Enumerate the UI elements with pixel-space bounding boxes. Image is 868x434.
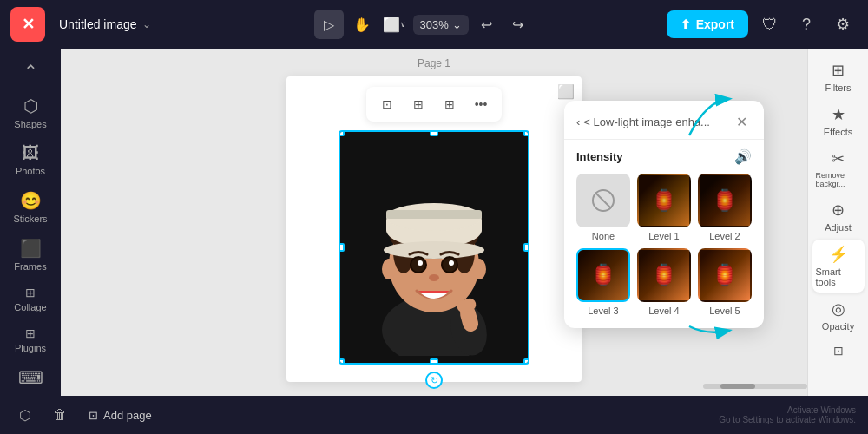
canvas-scrollbar-thumb	[720, 384, 755, 389]
svg-point-18	[382, 259, 396, 279]
sidebar-item-plugins[interactable]: ⊞ Plugins	[4, 321, 56, 358]
canvas-content: ↻	[339, 130, 529, 365]
duplicate-button[interactable]: ⊞	[437, 92, 462, 116]
panel-thumb-none	[576, 174, 630, 227]
frame-tool-button[interactable]: ⬜∨	[380, 10, 410, 39]
title-chevron-icon[interactable]: ⌄	[142, 18, 151, 30]
opacity-icon: ◎	[832, 299, 845, 319]
settings-icon-button[interactable]: ⚙	[828, 10, 858, 39]
back-arrow-icon: ‹	[576, 115, 580, 128]
svg-point-17	[429, 274, 439, 281]
arrange-button[interactable]: ⊞	[406, 92, 431, 116]
add-page-icon: ⊡	[89, 409, 98, 422]
volume-icon: 🔊	[734, 148, 752, 165]
sidebar-item-photos-label: Photos	[16, 166, 45, 176]
panel-item-level3[interactable]: 🏮 Level 3	[576, 248, 630, 316]
watermark-line1: Activate Windows	[719, 405, 856, 415]
handle-mid-right[interactable]	[523, 243, 529, 252]
sidebar-item-shapes[interactable]: ⬡ Shapes	[4, 90, 56, 135]
canvas-toolbar: ⊡ ⊞ ⊞ •••	[366, 87, 502, 122]
right-sidebar: ⊞ Filters ★ Effects ✂ Remove backgr... ⊕…	[807, 49, 868, 396]
svg-line-24	[595, 193, 611, 208]
zoom-value: 303%	[420, 18, 449, 31]
stickers-icon: 😊	[20, 190, 42, 211]
svg-point-10	[384, 241, 484, 259]
right-item-adjust-label: Adjust	[825, 222, 852, 233]
redo-button[interactable]: ↪	[503, 10, 533, 39]
undo-button[interactable]: ↩	[472, 10, 502, 39]
chevron-up-icon: ⌃	[23, 61, 38, 82]
right-item-remove-bg[interactable]: ✂ Remove backgr...	[812, 144, 865, 194]
add-page-label: Add page	[103, 409, 152, 422]
plugins-icon: ⊞	[25, 326, 36, 340]
panel-item-none[interactable]: None	[576, 174, 630, 241]
crop-icon: ⊡	[833, 344, 844, 358]
handle-top-right[interactable]	[523, 130, 529, 136]
sidebar-item-stickers-label: Stickers	[13, 214, 47, 224]
rotate-handle[interactable]: ↻	[425, 372, 443, 389]
panel-item-level2[interactable]: 🏮 Level 2	[698, 174, 752, 241]
main-area: ⌃ ⬡ Shapes 🖼 Photos 😊 Stickers ⬛ Frames …	[0, 49, 868, 396]
panel-header: ‹ < Low-light image enha... ✕	[564, 101, 764, 140]
sidebar-item-frames[interactable]: ⬛ Frames	[4, 233, 56, 277]
svg-point-19	[472, 259, 486, 279]
enhancement-panel: ‹ < Low-light image enha... ✕ Intensity …	[564, 101, 764, 328]
shield-icon-button[interactable]: 🛡	[755, 10, 785, 39]
svg-point-16	[449, 260, 454, 266]
smart-tools-icon: ⚡	[829, 245, 848, 264]
more-options-button[interactable]: •••	[469, 92, 493, 116]
right-item-effects-label: Effects	[824, 127, 852, 137]
help-icon-button[interactable]: ?	[792, 10, 821, 39]
image-element[interactable]	[339, 130, 529, 365]
panel-label-level1: Level 1	[648, 231, 679, 241]
handle-bottom-right[interactable]	[523, 358, 529, 365]
add-page-button[interactable]: ⊡ Add page	[82, 405, 159, 425]
page-expand-icon: ⬜	[557, 83, 575, 100]
pan-tool-button[interactable]: ✋	[347, 10, 377, 39]
right-item-smart-tools[interactable]: ⚡ Smart tools	[812, 240, 865, 293]
handle-mid-left[interactable]	[339, 243, 345, 252]
right-item-effects[interactable]: ★ Effects	[812, 100, 865, 142]
handle-bottom-mid[interactable]	[430, 358, 438, 365]
document-title: Untitled image	[59, 17, 137, 31]
svg-point-15	[418, 260, 423, 266]
sidebar-item-stickers[interactable]: 😊 Stickers	[4, 185, 56, 229]
collage-icon: ⊞	[25, 286, 36, 299]
crop-button[interactable]: ⊡	[375, 92, 399, 116]
zoom-control[interactable]: 303% ⌄	[413, 15, 469, 35]
shapes-icon: ⬡	[23, 95, 38, 116]
export-icon: ⬆	[681, 17, 691, 31]
add-to-page-button[interactable]: ⬡	[12, 402, 38, 428]
panel-section-title: Intensity 🔊	[564, 140, 764, 170]
handle-bottom-left[interactable]	[339, 358, 345, 365]
effects-icon: ★	[832, 105, 845, 124]
panel-back-button[interactable]: ‹ < Low-light image enha...	[576, 115, 710, 128]
sidebar-item-frames-label: Frames	[14, 261, 46, 272]
canvas-scrollbar[interactable]	[703, 384, 807, 389]
sidebar-item-collapse[interactable]: ⌃	[4, 56, 56, 87]
zoom-chevron-icon: ⌄	[452, 18, 462, 31]
sidebar-item-keyboard[interactable]: ⌨	[4, 362, 56, 393]
panel-title: < Low-light image enha...	[583, 115, 710, 128]
right-item-adjust[interactable]: ⊕ Adjust	[812, 195, 865, 238]
delete-page-button[interactable]: 🗑	[47, 402, 73, 428]
right-item-opacity[interactable]: ◎ Opacity	[812, 294, 865, 337]
panel-thumb-level3: 🏮	[576, 248, 630, 302]
panel-item-level4[interactable]: 🏮 Level 4	[637, 248, 691, 316]
watermark-line2: Go to Settings to activate Windows.	[719, 415, 856, 424]
right-item-crop[interactable]: ⊡	[812, 339, 865, 363]
select-tool-button[interactable]: ▷	[314, 10, 344, 39]
handle-top-mid[interactable]	[430, 130, 438, 136]
svg-rect-9	[386, 210, 482, 219]
right-item-filters[interactable]: ⊞ Filters	[812, 56, 865, 98]
panel-item-level5[interactable]: 🏮 Level 5	[698, 248, 752, 316]
bottom-bar: ⬡ 🗑 ⊡ Add page Activate Windows Go to Se…	[0, 396, 868, 434]
sidebar-item-collage[interactable]: ⊞ Collage	[4, 280, 56, 318]
panel-item-level1[interactable]: 🏮 Level 1	[637, 174, 691, 241]
panel-close-button[interactable]: ✕	[731, 111, 752, 132]
handle-top-left[interactable]	[339, 130, 345, 136]
export-button[interactable]: ⬆ Export	[667, 10, 748, 38]
sidebar-item-photos[interactable]: 🖼 Photos	[4, 138, 56, 181]
app-logo[interactable]: ✕	[10, 7, 45, 42]
canvas-page: ⬜ ⊡ ⊞ ⊞ •••	[286, 76, 582, 382]
